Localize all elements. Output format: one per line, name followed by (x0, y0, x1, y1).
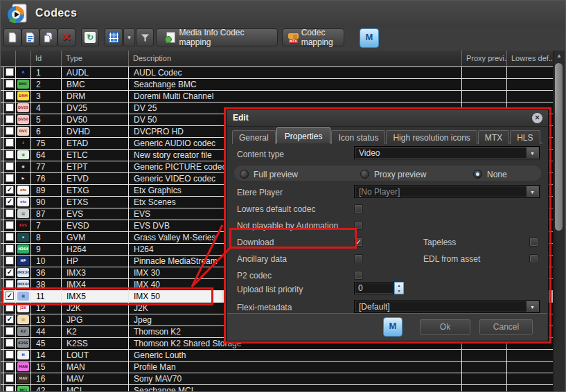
content-type-dropdown[interactable]: Video ▼ (354, 146, 540, 159)
row-checkbox[interactable] (6, 244, 14, 253)
edit-button[interactable] (21, 28, 39, 46)
codec-icon: K2SS (17, 339, 29, 348)
tab-icon-status[interactable]: Icon status (331, 130, 385, 144)
row-checkbox[interactable] (6, 386, 14, 391)
radio-full-preview[interactable]: Full preview (240, 168, 298, 178)
header-type[interactable]: Type (62, 51, 129, 66)
table-row[interactable]: H14LOUTGeneric Louth (1, 350, 553, 362)
blue-m-icon-button[interactable]: M (383, 317, 403, 337)
row-checkbox[interactable] (6, 162, 14, 170)
table-row[interactable]: MCI42MCISeachange MCI (1, 385, 553, 391)
header-icon-column[interactable] (16, 51, 31, 66)
row-checkbox[interactable] (6, 362, 14, 371)
etere-player-dropdown[interactable]: [No Player] ▼ (354, 185, 540, 198)
row-checkbox[interactable] (6, 327, 14, 335)
columns-dropdown-button[interactable]: ▼ (123, 28, 135, 46)
filter-button[interactable] (136, 28, 154, 46)
chevron-down-icon[interactable]: ▼ (526, 301, 538, 312)
tab-properties[interactable]: Properties (276, 127, 331, 143)
tab-general[interactable]: General (232, 130, 276, 144)
download-checkbox[interactable]: ✓ (354, 238, 363, 247)
row-icon-cell: IMX40 (16, 279, 31, 290)
radio-proxy-preview[interactable]: Proxy preview (360, 168, 426, 178)
row-checkbox[interactable] (6, 91, 14, 100)
table-row[interactable]: DRM3DRMDoremi Multi Channel (1, 91, 553, 103)
row-checkbox-cell (4, 103, 16, 114)
row-checkbox[interactable] (6, 139, 14, 147)
cell-lowres-default (507, 350, 553, 361)
row-checkbox[interactable] (6, 256, 14, 265)
row-checkbox[interactable] (6, 374, 14, 382)
row-checkbox[interactable] (6, 221, 14, 229)
copy-button[interactable] (39, 28, 58, 46)
scroll-up-arrow-icon[interactable]: ▲ (554, 51, 565, 62)
row-checkbox[interactable] (6, 103, 14, 112)
close-icon[interactable]: ✕ (532, 113, 542, 123)
row-checkbox[interactable]: ✓ (6, 197, 14, 206)
cell-proxy-preview (462, 79, 507, 90)
tapeless-checkbox[interactable] (529, 238, 538, 247)
codec-mapping-button[interactable]: MTX Codec mapping (282, 28, 344, 46)
row-checkbox[interactable]: ✓ (6, 186, 14, 194)
codec-icon: BMC (17, 80, 29, 89)
cell-id: 90 (31, 197, 62, 208)
header-description[interactable]: Description (129, 51, 462, 66)
refresh-button[interactable]: ↻ (81, 28, 99, 46)
row-icon-cell: IMX30 (16, 267, 31, 278)
header-checkbox-column[interactable] (4, 51, 16, 66)
codec-icon: MAV (17, 374, 29, 383)
row-checkbox[interactable]: ✓ (6, 268, 14, 276)
cancel-button[interactable]: Cancel (479, 319, 533, 335)
row-checkbox[interactable] (6, 80, 14, 88)
p2-codec-checkbox[interactable] (354, 271, 363, 280)
delete-button[interactable]: ✕ (58, 28, 76, 46)
row-checkbox-cell (4, 79, 16, 90)
table-row[interactable]: MAV16MAVSony MAV70 (1, 373, 553, 385)
columns-button[interactable] (105, 28, 123, 46)
scrollbar-thumb[interactable] (555, 63, 563, 231)
header-id[interactable]: Id (31, 51, 62, 66)
chevron-down-icon[interactable]: ▼ (526, 148, 538, 158)
row-checkbox-cell (4, 232, 16, 243)
vertical-scrollbar[interactable]: ▲ (553, 51, 565, 391)
header-lowres-default[interactable]: Lowres def... (507, 51, 553, 66)
radio-none[interactable]: None (473, 168, 507, 178)
lowres-default-codec-checkbox[interactable] (354, 204, 363, 213)
tab-hls[interactable]: HLS (510, 130, 540, 144)
row-checkbox[interactable] (6, 233, 14, 241)
tab-mtx[interactable]: MTX (478, 130, 509, 144)
not-playable-by-automation-checkbox[interactable] (354, 221, 363, 230)
cell-proxy-preview (462, 362, 507, 373)
flexi-metadata-dropdown[interactable]: [Default] ▼ (354, 300, 540, 313)
edl-from-asset-checkbox[interactable] (529, 254, 538, 263)
cell-type: ETXG (62, 185, 129, 196)
row-checkbox[interactable] (6, 115, 14, 123)
row-checkbox[interactable] (6, 303, 14, 312)
download-label: Download (237, 238, 274, 247)
ancillary-data-checkbox[interactable] (354, 254, 363, 263)
row-checkbox[interactable] (6, 174, 14, 182)
table-row[interactable]: BMC2BMCSeachange BMC (1, 79, 553, 91)
chevron-down-icon[interactable]: ▼ (526, 186, 538, 197)
row-checkbox[interactable] (6, 68, 14, 76)
row-checkbox[interactable] (6, 150, 14, 159)
upload-priority-stepper[interactable]: ▲▼ (394, 282, 404, 294)
header-proxy-preview[interactable]: Proxy previ... (462, 51, 507, 66)
tab-high-resolution-icons[interactable]: High resolution icons (386, 130, 477, 144)
table-row[interactable]: MAN15MANProfile Man (1, 362, 553, 373)
row-checkbox[interactable]: ✓ (6, 292, 14, 300)
new-button[interactable] (3, 28, 21, 46)
row-checkbox[interactable] (6, 127, 14, 135)
upload-priority-input[interactable] (354, 282, 394, 294)
row-checkbox[interactable] (6, 280, 14, 288)
media-info-mapping-button[interactable]: Media Info Codec mapping (156, 28, 278, 46)
blue-m-icon-button[interactable]: M (360, 28, 379, 48)
row-checkbox[interactable] (6, 350, 14, 359)
row-checkbox[interactable] (6, 339, 14, 347)
cell-type: DRM (62, 91, 129, 102)
ok-button[interactable]: Ok (420, 319, 470, 335)
table-row[interactable]: A1AUDLAUDL Codec (1, 67, 553, 79)
row-checkbox[interactable] (6, 209, 14, 217)
delete-x-icon: ✕ (62, 31, 71, 44)
row-checkbox[interactable]: ✓ (6, 315, 14, 323)
